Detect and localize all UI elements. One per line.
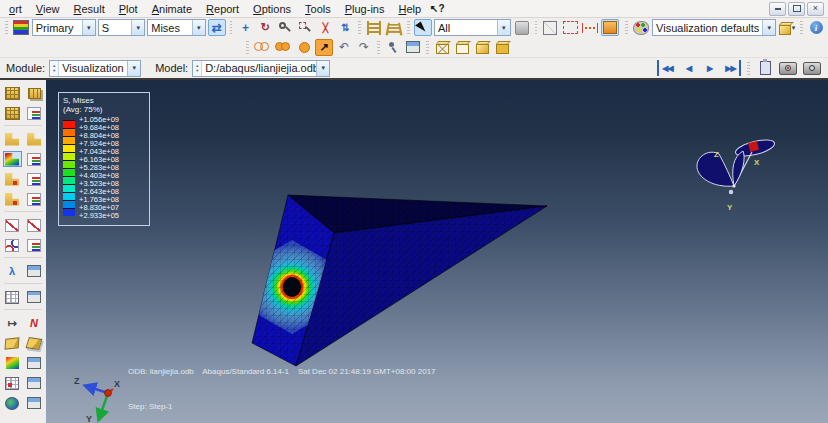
menu-options[interactable]: Options — [246, 2, 298, 16]
model-combo[interactable]: D:/abaqus/lianjiejia.odb — [192, 60, 330, 77]
path-plot-icon[interactable]: N — [25, 315, 44, 331]
first-frame-button[interactable]: ◀◀ — [657, 60, 676, 76]
plot-deformed-icon[interactable] — [25, 131, 44, 147]
orientation-options-icon[interactable] — [25, 191, 44, 207]
filled-render-icon[interactable] — [493, 39, 511, 56]
edit-selection-points-icon[interactable] — [581, 19, 599, 36]
viewport-canvas[interactable]: S, Mises (Avg: 75%) +1.056e+09+9.684e+08… — [46, 80, 828, 423]
probe-values-icon[interactable]: ↗ — [315, 39, 333, 56]
chevron-down-icon[interactable] — [762, 20, 775, 35]
toolbar-grip[interactable] — [535, 21, 538, 34]
field-output-dialog-icon[interactable] — [12, 19, 30, 36]
display-options-dialog-icon[interactable] — [404, 39, 422, 56]
toolbar-grip[interactable] — [358, 21, 361, 34]
xy-table-icon[interactable] — [3, 289, 22, 305]
material-orientations-icon[interactable] — [3, 191, 22, 207]
toolbar-grip[interactable] — [747, 62, 750, 75]
frame-selector-icon[interactable] — [3, 105, 22, 121]
coordinate-system-icon[interactable]: λ — [3, 263, 22, 279]
undo-icon[interactable]: ↶ — [335, 39, 353, 56]
cycle-views-icon[interactable]: ⇅ — [336, 19, 354, 36]
tile-viewports-icon[interactable] — [25, 85, 44, 101]
menu-plot[interactable]: Plot — [112, 2, 145, 16]
invariant-combo[interactable]: Mises — [147, 19, 205, 36]
snapshot-icon[interactable] — [802, 60, 822, 77]
chevron-down-icon[interactable] — [131, 20, 144, 35]
toolbar-grip[interactable] — [5, 21, 8, 34]
symbol-options-icon[interactable] — [25, 171, 44, 187]
chevron-down-icon[interactable] — [192, 20, 205, 35]
next-frame-button[interactable]: ▶ — [701, 60, 718, 76]
menu-report[interactable]: Report — [199, 2, 246, 16]
ply-dialog-icon[interactable] — [25, 375, 44, 391]
auto-fit-view-icon[interactable]: ╳ — [316, 19, 334, 36]
plot-undeformed-icon[interactable] — [3, 131, 22, 147]
menu-help[interactable]: Help — [391, 2, 428, 16]
field-output-list-icon[interactable] — [25, 105, 44, 121]
selection-group-icon[interactable] — [513, 19, 531, 36]
minimize-button[interactable] — [769, 2, 786, 16]
query-info-icon[interactable]: i — [807, 19, 825, 36]
hidden-line-render-icon[interactable] — [453, 39, 471, 56]
toolbar-grip[interactable] — [407, 21, 410, 34]
xy-data-manager-icon[interactable] — [3, 217, 22, 233]
view-cut-icon[interactable] — [25, 335, 44, 351]
previous-frame-button[interactable]: ◀ — [680, 60, 697, 76]
menu-result[interactable]: Result — [67, 2, 112, 16]
rotate-view-icon[interactable]: ↻ — [256, 19, 274, 36]
pan-view-icon[interactable]: + — [236, 19, 254, 36]
toolbar-grip[interactable] — [625, 21, 628, 34]
close-button[interactable]: × — [807, 2, 824, 16]
shaded-render-icon[interactable] — [473, 39, 491, 56]
menu-plugins[interactable]: Plug-ins — [338, 2, 392, 16]
toolbar-grip[interactable] — [377, 41, 380, 54]
wireframe-box-select-icon[interactable] — [541, 19, 559, 36]
render-style-menu-icon[interactable] — [778, 19, 796, 36]
context-help-icon[interactable]: ↖? — [430, 3, 445, 14]
select-cursor-icon[interactable] — [414, 19, 432, 36]
chevron-down-icon[interactable] — [497, 20, 510, 35]
toolbar-grip[interactable] — [246, 41, 249, 54]
xy-plot-icon[interactable] — [25, 217, 44, 233]
toolbar-grip[interactable] — [230, 21, 233, 34]
menu-animate[interactable]: Animate — [145, 2, 199, 16]
contour-animation-icon[interactable] — [3, 355, 22, 371]
contour-options-icon[interactable] — [25, 151, 44, 167]
menu-tools[interactable]: Tools — [298, 2, 338, 16]
color-mappings-combo[interactable]: Visualization defaults — [652, 19, 776, 36]
box-zoom-icon[interactable] — [296, 19, 314, 36]
module-combo[interactable]: Visualization — [49, 60, 141, 77]
plot-symbols-icon[interactable] — [3, 171, 22, 187]
free-body-cut-icon[interactable] — [3, 335, 22, 351]
wireframe-render-icon[interactable] — [433, 39, 451, 56]
render-shell-thickness-icon[interactable] — [385, 19, 403, 36]
spinner-icon[interactable] — [193, 61, 202, 76]
chevron-down-icon[interactable] — [127, 61, 140, 76]
animation-dialog-icon[interactable] — [25, 355, 44, 371]
boolean-display-group-icon[interactable] — [274, 39, 293, 56]
menu-ort[interactable]: ort — [2, 2, 29, 16]
xy-options-icon[interactable] — [25, 237, 44, 253]
menu-view[interactable]: View — [29, 2, 67, 16]
color-code-palette-icon[interactable] — [632, 19, 650, 36]
restore-button[interactable] — [788, 2, 805, 16]
amplitude-curve-icon[interactable] — [3, 237, 22, 253]
views-toolbox-icon[interactable] — [601, 19, 619, 36]
field-report-icon[interactable] — [3, 395, 22, 411]
last-frame-button[interactable]: ▶▶ — [722, 60, 741, 76]
chevron-down-icon[interactable] — [316, 61, 329, 76]
render-beam-profiles-icon[interactable] — [365, 19, 383, 36]
field-output-combo[interactable]: S — [98, 19, 146, 36]
spinner-icon[interactable] — [50, 61, 59, 76]
path-icon[interactable]: ↦ — [3, 315, 22, 331]
toolbar-grip[interactable] — [800, 21, 803, 34]
drag-select-rect-icon[interactable] — [561, 19, 579, 36]
cs-manager-dialog-icon[interactable] — [25, 263, 44, 279]
compass-fin-small[interactable] — [733, 151, 744, 186]
plot-contours-icon[interactable] — [3, 151, 22, 167]
redo-icon[interactable]: ↷ — [355, 39, 373, 56]
create-display-group-icon[interactable] — [253, 39, 272, 56]
primary-variable-combo[interactable]: Primary — [32, 19, 96, 36]
toolbar-grip[interactable] — [426, 41, 429, 54]
chevron-down-icon[interactable] — [82, 20, 95, 35]
